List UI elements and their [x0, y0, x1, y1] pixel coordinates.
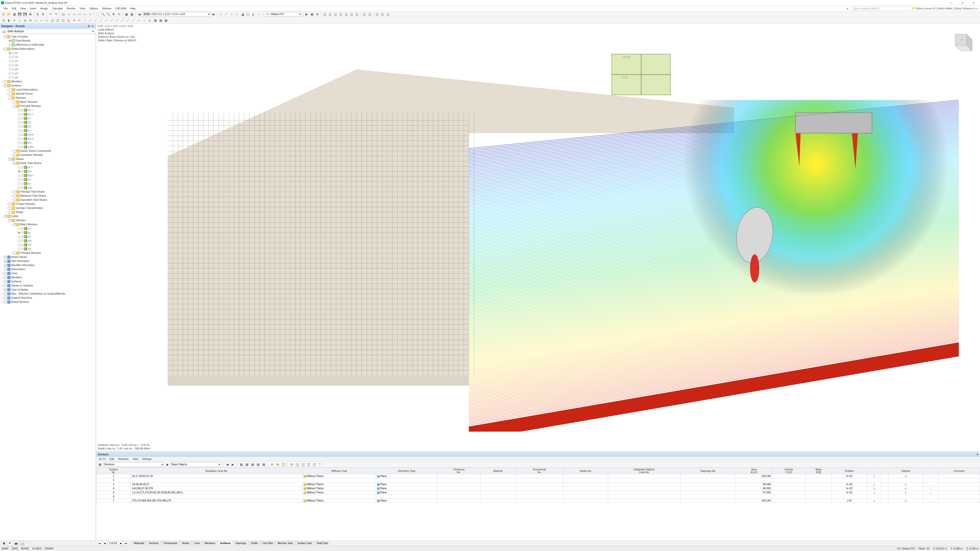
pt-j-icon[interactable]: ◫ — [312, 462, 317, 467]
tree-twisty[interactable]: − — [11, 104, 13, 108]
tree-radio[interactable] — [18, 235, 21, 238]
tb2-c-icon[interactable]: ◫ — [60, 18, 65, 23]
tree-checkbox[interactable] — [4, 284, 7, 287]
load-prev-icon[interactable]: ◀ — [137, 12, 142, 17]
cell[interactable]: … — [923, 499, 938, 503]
tree-label[interactable]: Ribs - Effective Contribution on Surface… — [11, 292, 67, 295]
opt-icon[interactable]: ⚙ — [315, 12, 320, 17]
tree-radio[interactable] — [9, 68, 11, 71]
tree-label[interactable]: σx — [27, 227, 30, 230]
tree-radio-2[interactable] — [12, 64, 14, 67]
cell[interactable] — [805, 486, 832, 491]
panel-tab-surfaces[interactable]: Surfaces — [218, 541, 233, 545]
cell[interactable] — [881, 495, 889, 499]
cell[interactable]: 4-9,268,37-58,270 — [131, 486, 302, 491]
nav-mode-icon[interactable]: 📊 — [1, 29, 6, 34]
nav-tab-display-icon[interactable]: 👁 — [8, 541, 12, 545]
saveas-icon[interactable]: 💾 — [22, 12, 27, 17]
tree-label[interactable]: Members — [11, 276, 22, 279]
tree-checkbox[interactable] — [9, 207, 11, 210]
line4-icon[interactable]: ／ — [99, 18, 103, 23]
tree-label[interactable]: εy,+ — [27, 170, 32, 173]
nav-pin-icon[interactable]: 📌 — [87, 24, 90, 28]
dim1-icon[interactable]: ↔ — [136, 18, 142, 23]
cell[interactable] — [480, 483, 516, 486]
cell[interactable] — [438, 474, 480, 478]
tree-checkbox[interactable] — [4, 264, 7, 267]
tree-twisty[interactable]: + — [11, 153, 13, 157]
line7-icon[interactable]: ／ — [115, 18, 120, 23]
panel-tab-materials[interactable]: Materials — [132, 541, 147, 545]
cell[interactable] — [563, 474, 608, 478]
nav-tab-data-icon[interactable]: ▦ — [2, 541, 6, 545]
view-cube[interactable]: -Y — [947, 29, 975, 57]
tree-label[interactable]: Internal Forces — [16, 92, 33, 96]
tree-twisty[interactable]: + — [6, 92, 9, 96]
pt-h-icon[interactable]: ◫ — [301, 462, 305, 467]
cell[interactable] — [516, 499, 563, 503]
tree-label[interactable]: Solids — [11, 214, 18, 218]
cell[interactable] — [516, 491, 563, 495]
zoom-in-icon[interactable]: 🔍 — [100, 12, 105, 17]
tree-radio[interactable] — [18, 109, 21, 111]
tree-label[interactable]: Max/Min Information — [11, 264, 35, 267]
snap-glines[interactable]: GLINES — [32, 547, 41, 550]
tree-label[interactable]: σ2,- — [27, 125, 32, 128]
tree-label[interactable]: σz — [27, 235, 30, 238]
tree-label[interactable]: Lines — [11, 272, 18, 275]
tree-checkbox[interactable] — [4, 289, 7, 291]
nav-tab-results-icon[interactable]: 📊 — [20, 541, 24, 545]
tree-label[interactable]: Principal Total Strains — [20, 190, 45, 194]
tb-a-icon[interactable]: ◫ — [322, 12, 327, 17]
col-header[interactable]: MassM [t] — [805, 468, 832, 474]
cell[interactable] — [736, 495, 772, 499]
view5-icon[interactable]: ▭ — [88, 12, 93, 17]
tree-radio-2[interactable] — [12, 68, 14, 71]
cell[interactable] — [680, 483, 736, 486]
tree-twisty[interactable]: − — [2, 35, 4, 38]
menu-assign[interactable]: Assign — [38, 6, 50, 11]
tree-label[interactable]: α- — [27, 129, 30, 132]
menu-help[interactable]: Help — [128, 6, 138, 11]
tree-checkbox[interactable] — [13, 199, 16, 202]
cell[interactable] — [608, 478, 680, 483]
cell[interactable]: ◇ — [889, 486, 923, 491]
tree-twisty[interactable]: + — [2, 288, 4, 292]
cell[interactable]: 16,17,28,65-47,18 — [131, 474, 302, 478]
cell[interactable] — [438, 486, 480, 491]
menu-edit[interactable]: Edit — [10, 6, 18, 11]
tree-checkbox[interactable] — [13, 150, 16, 152]
tree-radio[interactable] — [18, 117, 21, 120]
col-header[interactable] — [867, 468, 881, 474]
col-header[interactable]: Boundary Lines No. — [131, 468, 302, 474]
tree-checkbox[interactable] — [4, 301, 7, 303]
cell[interactable] — [832, 495, 867, 499]
misc3-icon[interactable]: ▦ — [163, 18, 169, 23]
cell[interactable] — [680, 499, 736, 503]
block-icon[interactable]: ▦ — [12, 12, 17, 17]
tree-radio[interactable] — [18, 129, 21, 132]
tree-label[interactable]: Values on Surfaces — [11, 284, 33, 287]
cell[interactable] — [131, 478, 302, 483]
tb-k-icon[interactable]: ◫ — [380, 12, 385, 17]
tree-checkbox[interactable] — [4, 276, 7, 279]
tb2-b-icon[interactable]: ◫ — [55, 18, 60, 23]
cell[interactable]: 6 — [97, 495, 131, 499]
tree-twisty[interactable]: + — [2, 256, 4, 259]
tree-label[interactable]: Maximum Total Strains — [20, 194, 46, 198]
cell[interactable]: 19-26,36-45,27 — [131, 483, 302, 486]
tree-radio-2[interactable] — [21, 109, 24, 111]
tree-radio[interactable] — [18, 183, 21, 185]
tree-twisty[interactable]: − — [6, 157, 9, 161]
tree-label[interactable]: γxy,- — [27, 186, 33, 189]
cell[interactable]: Plane — [376, 483, 437, 486]
tree-checkbox[interactable] — [4, 80, 7, 83]
pt-help-icon[interactable]: ? — [317, 462, 322, 467]
cell[interactable] — [805, 499, 832, 503]
tree-radio-2[interactable] — [21, 113, 24, 116]
col-header[interactable]: Position — [832, 468, 867, 474]
tree-checkbox[interactable] — [9, 211, 11, 214]
cell[interactable]: Without Thickn.. — [302, 474, 376, 478]
tree-label[interactable]: Principal Stresses — [20, 104, 41, 108]
del-icon[interactable]: ✕ — [72, 18, 76, 23]
